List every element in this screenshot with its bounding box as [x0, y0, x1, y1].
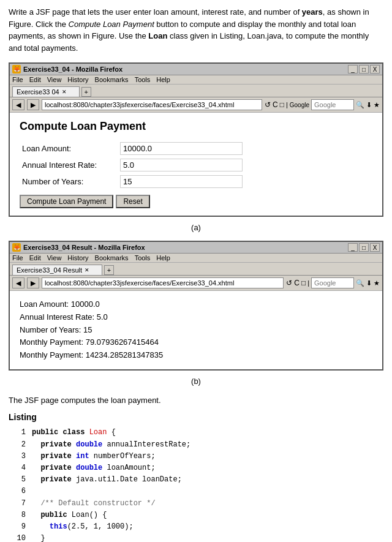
menu-tools-b[interactable]: Tools — [135, 254, 151, 262]
menu-help-a[interactable]: Help — [156, 76, 170, 83]
code-line-7: 7 /** Default constructor */ — [9, 498, 383, 510]
code-line-5: 5 private java.util.Date loanDate; — [9, 474, 383, 486]
forward-btn-b[interactable]: ▶ — [27, 277, 39, 288]
menu-bookmarks-a[interactable]: Bookmarks — [95, 76, 129, 83]
restore-btn-b[interactable]: □ — [359, 243, 369, 252]
titlebar-controls-a[interactable]: _ □ X — [348, 65, 380, 73]
new-tab-btn-a[interactable]: + — [81, 87, 91, 97]
bookmark-icon-a[interactable]: □ — [280, 100, 284, 109]
line-num-6: 6 — [9, 486, 26, 497]
result-line-4: Monthly Payment: 14234.285281347835 — [20, 349, 372, 362]
years-input[interactable] — [120, 175, 243, 188]
search-box-b[interactable] — [311, 277, 354, 288]
menubar-b: File Edit View History Bookmarks Tools H… — [10, 254, 382, 263]
code-text-2: private double annualInterestRate; — [32, 439, 190, 451]
search-icon-a[interactable]: 🔍 — [356, 101, 364, 109]
code-line-8: 8 public Loan() { — [9, 510, 383, 521]
home-icon-a[interactable]: C — [273, 100, 278, 109]
code-text-4: private double loanAmount; — [32, 462, 156, 474]
code-line-4: 4 private double loanAmount; — [9, 462, 383, 474]
close-btn-b[interactable]: X — [370, 243, 380, 252]
new-tab-btn-b[interactable]: + — [104, 265, 114, 275]
result-line-0: Loan Amount: 10000.0 — [20, 298, 372, 311]
tab-label-b: Exercise33_04 Result — [17, 266, 82, 274]
form-row-years: Number of Years: — [20, 173, 372, 190]
titlebar-left-b: 🦊 Exercise33_04 Result - Mozilla Firefox — [12, 243, 145, 252]
code-text-6 — [32, 486, 36, 497]
addressbar-b: ◀ ▶ ↺ C □ | 🔍 ⬇ ★ — [10, 276, 382, 291]
search-separator-a: | — [286, 101, 288, 108]
menu-edit-a[interactable]: Edit — [29, 76, 41, 83]
address-icons-a: ↺ C □ | Google 🔍 ⬇ ★ — [265, 99, 380, 110]
tab-b[interactable]: Exercise33_04 Result ✕ — [12, 265, 102, 275]
line-num-5: 5 — [9, 474, 26, 486]
listing-header: Listing — [9, 412, 383, 422]
tab-label-a: Exercise33 04 — [17, 88, 59, 96]
tab-close-a[interactable]: ✕ — [62, 89, 67, 95]
menu-bookmarks-b[interactable]: Bookmarks — [95, 254, 129, 262]
browser-window-a: 🦊 Exercise33_04 - Mozilla Firefox _ □ X … — [9, 62, 383, 217]
download-icon-b[interactable]: ⬇ — [366, 279, 372, 287]
back-btn-a[interactable]: ◀ — [12, 99, 24, 110]
home-icon-b[interactable]: C — [294, 279, 300, 287]
download-icon-a[interactable]: ⬇ — [366, 101, 372, 109]
address-icons-b: ↺ C □ | 🔍 ⬇ ★ — [286, 277, 380, 288]
close-btn-a[interactable]: X — [370, 65, 380, 73]
addressbar-a: ◀ ▶ ↺ C □ | Google 🔍 ⬇ ★ — [10, 97, 382, 113]
forward-btn-a[interactable]: ▶ — [27, 99, 39, 110]
result-line-2: Number of Years: 15 — [20, 324, 372, 337]
star-icon-a[interactable]: ★ — [374, 101, 380, 109]
line-num-4: 4 — [9, 462, 26, 474]
menu-history-a[interactable]: History — [67, 76, 88, 83]
line-num-2: 2 — [9, 439, 26, 451]
minimize-btn-b[interactable]: _ — [348, 243, 358, 252]
code-line-10: 10 } — [9, 533, 383, 542]
minimize-btn-a[interactable]: _ — [348, 65, 358, 73]
caption-b: (b) — [9, 377, 383, 386]
menu-tools-a[interactable]: Tools — [135, 76, 151, 83]
address-field-a[interactable] — [42, 99, 262, 110]
interest-rate-input[interactable] — [120, 159, 243, 171]
restore-btn-a[interactable]: □ — [359, 65, 369, 73]
interest-rate-label: Annual Interest Rate: — [20, 157, 118, 173]
firefox-icon-b: 🦊 — [12, 243, 21, 252]
menu-view-a[interactable]: View — [47, 76, 62, 83]
browser-window-b: 🦊 Exercise33_04 Result - Mozilla Firefox… — [9, 241, 383, 371]
result-line-3: Monthly Payment: 79.07936267415464 — [20, 336, 372, 349]
form-buttons-a: Compute Loan Payment Reset — [20, 195, 372, 208]
window-title-a: Exercise33_04 - Mozilla Firefox — [23, 66, 123, 73]
result-line-1: Annual Interest Rate: 5.0 — [20, 311, 372, 324]
menu-file-a[interactable]: File — [12, 76, 23, 83]
intro-paragraph: Write a JSF page that lets the user ente… — [9, 6, 383, 54]
tabs-a: Exercise33 04 ✕ + — [10, 85, 382, 97]
form-row-loan-amount: Loan Amount: — [20, 140, 372, 157]
loan-amount-input[interactable] — [120, 142, 243, 155]
line-num-1: 1 — [9, 427, 26, 438]
titlebar-left-a: 🦊 Exercise33_04 - Mozilla Firefox — [12, 65, 123, 73]
result-content-b: Loan Amount: 10000.0 Annual Interest Rat… — [10, 291, 382, 369]
menu-edit-b[interactable]: Edit — [29, 254, 41, 262]
intro-years: years — [302, 7, 323, 17]
tab-close-b[interactable]: ✕ — [85, 267, 89, 273]
menu-help-b[interactable]: Help — [156, 254, 170, 262]
menu-view-b[interactable]: View — [47, 254, 62, 262]
search-separator-b: | — [307, 279, 309, 287]
tab-a[interactable]: Exercise33 04 ✕ — [12, 86, 80, 97]
bookmark-icon-b[interactable]: □ — [301, 279, 306, 287]
line-num-10: 10 — [9, 533, 26, 542]
code-text-10: } — [32, 533, 45, 542]
search-icon-b[interactable]: 🔍 — [356, 279, 364, 287]
intro-text-1: Write a JSF page that lets the user ente… — [9, 7, 302, 17]
star-icon-b[interactable]: ★ — [374, 279, 380, 287]
refresh-icon-b[interactable]: ↺ — [286, 279, 292, 287]
address-field-b[interactable] — [42, 277, 284, 288]
titlebar-controls-b[interactable]: _ □ X — [348, 243, 380, 252]
menu-history-b[interactable]: History — [67, 254, 88, 262]
titlebar-b: 🦊 Exercise33_04 Result - Mozilla Firefox… — [10, 242, 382, 254]
compute-btn[interactable]: Compute Loan Payment — [20, 195, 113, 208]
refresh-icon-a[interactable]: ↺ — [265, 100, 271, 109]
back-btn-b[interactable]: ◀ — [12, 277, 24, 288]
menu-file-b[interactable]: File — [12, 254, 23, 262]
reset-btn[interactable]: Reset — [116, 195, 149, 208]
search-box-a[interactable] — [311, 99, 354, 110]
